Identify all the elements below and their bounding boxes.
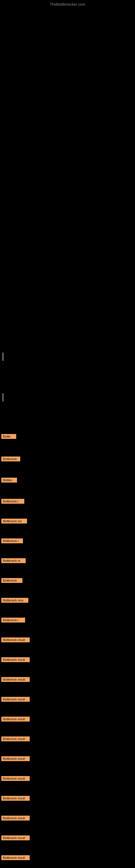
bottleneck-item-6: Bottleneck r	[1, 538, 23, 543]
bottleneck-item-8: Bottleneck	[1, 578, 22, 583]
bottleneck-item-12: Bottleneck result	[1, 657, 30, 662]
bottleneck-item-22: Bottleneck result	[1, 855, 30, 860]
bottleneck-item-15: Bottleneck result	[1, 717, 30, 721]
bottleneck-item-5: Bottleneck res	[1, 519, 27, 524]
bottleneck-item-13: Bottleneck result	[1, 677, 30, 682]
bottleneck-item-11: Bottleneck result	[1, 638, 30, 642]
bottleneck-list: BottleBottleneckBottlenBottleneck rBottl…	[1, 434, 30, 860]
bottleneck-item-17: Bottleneck result	[1, 756, 30, 761]
bottleneck-item-2: Bottleneck	[1, 457, 20, 461]
bottleneck-item-4: Bottleneck r	[1, 499, 24, 504]
bottleneck-item-1: Bottle	[1, 434, 16, 439]
bottleneck-item-16: Bottleneck result	[1, 737, 30, 741]
bottleneck-item-19: Bottleneck result	[1, 796, 30, 801]
bottleneck-item-14: Bottleneck result	[1, 697, 30, 702]
site-title: TheBottlenecker.com	[50, 2, 85, 6]
vertical-line-2	[3, 393, 3, 401]
bottleneck-item-3: Bottlen	[1, 478, 17, 483]
bottleneck-item-7: Bottleneck re	[1, 558, 26, 563]
bottleneck-item-21: Bottleneck result	[1, 835, 30, 840]
bottleneck-item-20: Bottleneck result	[1, 816, 30, 820]
vertical-line-1	[3, 352, 3, 361]
bottleneck-item-10: Bottleneck r	[1, 618, 25, 622]
bottleneck-item-9: Bottleneck resu	[1, 598, 28, 603]
bottleneck-item-18: Bottleneck result	[1, 776, 30, 781]
